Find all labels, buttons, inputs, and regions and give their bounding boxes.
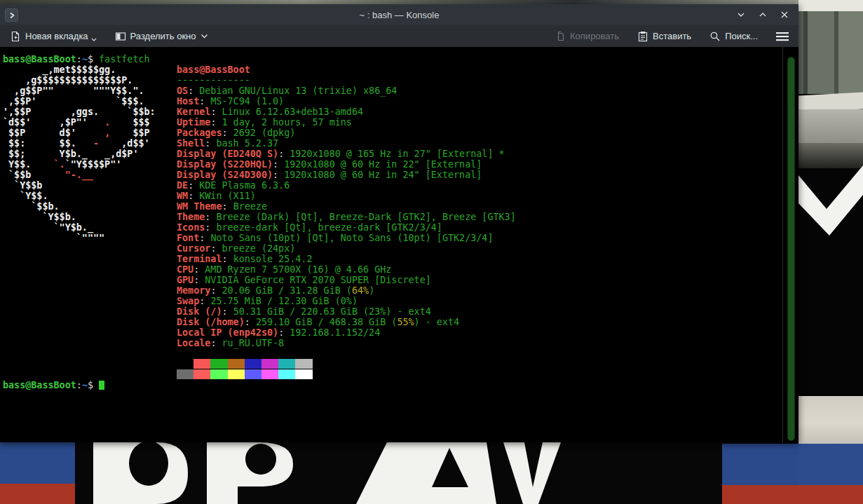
palette-block (177, 359, 193, 369)
palette-block (295, 369, 312, 379)
new-tab-label: Новая вкладка (25, 31, 88, 41)
scrollbar-handle[interactable] (787, 57, 795, 441)
info-line: DE: KDE Plasma 6.3.6 (177, 180, 516, 191)
info-line: Kernel: Linux 6.12.63+deb13-amd64 (177, 107, 516, 117)
palette-block (177, 369, 193, 379)
search-button[interactable]: Поиск... (707, 29, 761, 44)
palette-block (245, 359, 261, 369)
info-line: Host: MS-7C94 (1.0) (177, 96, 516, 107)
palette-block (210, 369, 227, 379)
close-button[interactable] (779, 9, 790, 20)
palette-row-normal (177, 359, 516, 369)
wallpaper-wall (799, 109, 863, 143)
info-line: Disk (/): 50.31 GiB / 220.63 GiB (23%) -… (177, 306, 516, 317)
palette-block (245, 369, 261, 379)
paste-icon (637, 31, 648, 42)
palette-row-bright (177, 369, 516, 380)
info-line: Font: Noto Sans (10pt) [Qt], Noto Sans (… (177, 233, 516, 243)
wallpaper-right-strip (799, 0, 863, 504)
info-line: Display (S220HQL): 1920x1080 @ 60 Hz in … (177, 159, 516, 170)
window-title: ~ : bash — Konsole (0, 10, 799, 20)
new-tab-menu-arrow-icon (91, 38, 97, 41)
info-line: Packages: 2692 (dpkg) (177, 128, 516, 138)
wallpaper-flag-blue-stripe (799, 444, 863, 485)
palette-block (210, 359, 227, 369)
palette-block (278, 369, 295, 379)
info-line: Swap: 25.75 MiB / 12.30 GiB (0%) (177, 296, 516, 306)
hamburger-icon (776, 32, 789, 41)
prompt-line: bass@BassBoot:~$ fastfetch (3, 54, 783, 64)
info-line: Icons: breeze-dark [Qt], breeze-dark [GT… (177, 222, 516, 233)
wallpaper-big-letters (0, 442, 799, 504)
paste-button[interactable]: Вставить (634, 29, 694, 44)
wallpaper-flag-red-stripe (799, 485, 863, 504)
terminal-cursor (99, 381, 104, 390)
info-line: Disk (/home): 259.10 GiB / 468.38 GiB (5… (177, 317, 516, 327)
copy-button[interactable]: Копировать (552, 29, 622, 44)
info-line: Shell: bash 5.2.37 (177, 138, 516, 149)
split-view-chevron-icon (201, 34, 208, 39)
info-line: Display (S24D300): 1920x1080 @ 60 Hz in … (177, 170, 516, 180)
search-icon (709, 31, 721, 42)
copy-icon (555, 31, 566, 42)
palette-block (261, 359, 278, 369)
info-line: Local IP (enp42s0): 192.168.1.152/24 (177, 327, 516, 338)
palette-block (261, 369, 278, 379)
wallpaper-flag-white-stripe (799, 396, 863, 444)
new-tab-icon (10, 31, 21, 42)
fastfetch-info: bass@BassBoot-------------OS: Debian GNU… (177, 64, 516, 380)
maximize-button[interactable] (757, 9, 768, 20)
info-line: Locale: ru_RU.UTF-8 (177, 338, 516, 348)
split-view-label: Разделить окно (130, 31, 196, 41)
titlebar[interactable]: ~ : bash — Konsole (0, 4, 799, 25)
palette-block (193, 359, 210, 369)
minimize-button[interactable] (735, 9, 747, 20)
wallpaper-window-frame (799, 0, 863, 11)
palette-block (228, 359, 245, 369)
info-line: WM: KWin (X11) (177, 191, 516, 201)
ascii-art-debian-logo: _,met$$$$$gg. ,g$$$$$$$$$$$$$$$P. ,g$$P"… (3, 64, 156, 243)
hamburger-menu-button[interactable] (773, 29, 791, 43)
paste-label: Вставить (653, 31, 691, 41)
info-line: WM Theme: Breeze (177, 201, 516, 212)
wallpaper-window-glass (799, 11, 863, 94)
terminal-content: bass@BassBoot:~$ fastfetch _,met$$$$$gg.… (3, 54, 783, 438)
info-line: Cursor: breeze (24px) (177, 243, 516, 254)
palette-block (193, 369, 210, 379)
split-view-button[interactable]: Разделить окно (112, 29, 211, 44)
palette-block (228, 369, 245, 379)
info-line: Display (ED240Q S): 1920x1080 @ 165 Hz i… (177, 149, 516, 159)
scrollbar-track[interactable] (782, 47, 799, 442)
info-line: OS: Debian GNU/Linux 13 (trixie) x86_64 (177, 86, 516, 96)
info-line: CPU: AMD Ryzen 7 5700X (16) @ 4.66 GHz (177, 264, 516, 275)
palette-block (278, 359, 295, 369)
info-line: Uptime: 1 day, 2 hours, 57 mins (177, 117, 516, 128)
info-line: Memory: 20.06 GiB / 31.28 GiB (64%) (177, 285, 516, 296)
info-line: GPU: NVIDIA GeForce RTX 2070 SUPER [Disc… (177, 275, 516, 285)
copy-label: Копировать (570, 31, 619, 41)
prompt-line-current: bass@BassBoot:~$ (3, 380, 104, 390)
terminal-view[interactable]: bass@BassBoot:~$ fastfetch _,met$$$$$gg.… (0, 47, 799, 442)
new-tab-button[interactable]: Новая вкладка (7, 29, 100, 44)
info-line: Theme: Breeze (Dark) [Qt], Breeze-Dark [… (177, 212, 516, 222)
konsole-window: ~ : bash — Konsole Новая вкладка (0, 4, 799, 442)
palette-block (295, 359, 312, 369)
toolbar: Новая вкладка Разделить окно Копировать (0, 25, 799, 48)
info-line: Terminal: konsole 25.4.2 (177, 254, 516, 264)
search-label: Поиск... (725, 31, 758, 41)
split-view-icon (115, 31, 126, 42)
wallpaper-letter-m-fragment (799, 160, 863, 240)
